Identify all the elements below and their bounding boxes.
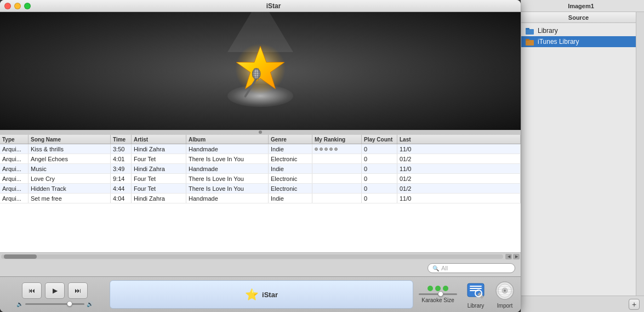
table-cell: Music xyxy=(29,164,111,173)
window-title: iStar xyxy=(31,2,516,10)
table-cell: 4:04 xyxy=(111,194,132,203)
close-button[interactable] xyxy=(4,3,11,9)
right-title-bar: Imagem1 xyxy=(521,0,644,12)
add-source-button[interactable]: + xyxy=(629,299,640,310)
import-item[interactable]: Import xyxy=(494,280,515,309)
search-box[interactable]: 🔍 All xyxy=(428,263,515,273)
istar-label: iStar xyxy=(262,291,278,299)
volume-high-icon: 🔊 xyxy=(87,301,93,307)
table-cell: 11/0 xyxy=(397,144,521,154)
table-cell: Electronic xyxy=(269,174,312,183)
karaoke-dot-3 xyxy=(443,286,448,291)
library-label: Library xyxy=(468,303,485,309)
table-cell: Handmade xyxy=(186,144,269,154)
svg-rect-23 xyxy=(526,28,529,30)
table-cell xyxy=(312,154,362,163)
header-album[interactable]: Album xyxy=(186,135,269,144)
table-cell: 0 xyxy=(362,144,397,154)
table-cell: Love Cry xyxy=(29,174,111,183)
header-type[interactable]: Type xyxy=(0,135,29,144)
svg-rect-12 xyxy=(470,286,482,287)
right-window-title: Imagem1 xyxy=(521,3,641,9)
karaoke-label: Karaoke Size xyxy=(421,297,454,303)
table-cell: Arqui... xyxy=(0,154,29,163)
table-cell: Handmade xyxy=(186,194,269,203)
istar-center-panel: ⭐ iStar xyxy=(110,280,413,309)
table-cell: 11/0 xyxy=(397,164,521,173)
table-cell xyxy=(312,164,362,173)
scroll-dot xyxy=(259,131,262,134)
scrollbar-thumb[interactable] xyxy=(4,254,37,259)
table-cell: Indie xyxy=(269,164,312,173)
scroll-arrows: ◀ ▶ xyxy=(505,254,520,259)
header-name[interactable]: Song Name xyxy=(29,135,111,144)
table-cell: Electronic xyxy=(269,184,312,193)
table-body: Arqui...Kiss & thrills3:50Hindi ZahraHan… xyxy=(0,144,521,252)
header-plays[interactable]: Play Count xyxy=(362,135,397,144)
table-row[interactable]: Arqui...Kiss & thrills3:50Hindi ZahraHan… xyxy=(0,144,521,154)
table-cell: Four Tet xyxy=(132,184,186,193)
sidebar-scrollbar[interactable] xyxy=(636,12,644,296)
volume-thumb[interactable] xyxy=(67,301,72,307)
source-header: Source xyxy=(521,12,636,23)
right-icons-area: Karaoke Size Library xyxy=(419,280,515,309)
karaoke-slider[interactable] xyxy=(419,293,457,295)
table-cell: Hidden Track xyxy=(29,184,111,193)
header-last[interactable]: Last xyxy=(397,135,521,144)
sidebar-main: Source Library xyxy=(521,12,636,296)
sidebar-bottom: + xyxy=(521,296,644,312)
table-cell: Indie xyxy=(269,144,312,154)
sidebar-row: Source Library xyxy=(521,12,644,296)
table-cell: There Is Love In You xyxy=(186,174,269,183)
minimize-button[interactable] xyxy=(14,3,21,9)
table-cell: Arqui... xyxy=(0,194,29,203)
library-folder-icon xyxy=(526,27,534,35)
sidebar-content: Library iTunes Library xyxy=(521,23,636,296)
scroll-left-arrow[interactable]: ◀ xyxy=(505,254,512,259)
table-cell: Arqui... xyxy=(0,144,29,154)
table-cell: 0 xyxy=(362,174,397,183)
table-row[interactable]: Arqui...Hidden Track4:44Four TetThere Is… xyxy=(0,184,521,194)
sidebar-item-library[interactable]: Library xyxy=(521,25,636,36)
table-row[interactable]: Arqui...Angel Echoes4:01Four TetThere Is… xyxy=(0,154,521,164)
scroll-right-arrow[interactable]: ▶ xyxy=(513,254,520,259)
table-cell: Arqui... xyxy=(0,184,29,193)
prev-button[interactable]: ⏮ xyxy=(22,282,42,299)
table-cell xyxy=(312,184,362,193)
svg-rect-13 xyxy=(470,288,482,289)
karaoke-dots xyxy=(428,286,448,291)
scrollbar-track[interactable] xyxy=(1,254,503,259)
header-time[interactable]: Time xyxy=(111,135,132,144)
table-row[interactable]: Arqui...Love Cry9:14Four TetThere Is Lov… xyxy=(0,174,521,184)
play-button[interactable]: ▶ xyxy=(45,282,65,299)
karaoke-thumb[interactable] xyxy=(438,291,443,297)
import-label: Import xyxy=(497,303,512,309)
header-genre[interactable]: Genre xyxy=(269,135,312,144)
karaoke-size-item[interactable]: Karaoke Size xyxy=(419,286,457,303)
next-button[interactable]: ⏭ xyxy=(68,282,88,299)
table-cell: 0 xyxy=(362,184,397,193)
table-cell: Angel Echoes xyxy=(29,154,111,163)
table-cell: 11/0 xyxy=(397,194,521,203)
table-cell xyxy=(312,174,362,183)
header-ranking[interactable]: My Ranking xyxy=(312,135,362,144)
search-icon: 🔍 xyxy=(432,265,439,271)
table-row[interactable]: Arqui...Music3:49Hindi ZahraHandmadeIndi… xyxy=(0,164,521,174)
source-title: Source xyxy=(568,14,589,21)
table-header: Type Song Name Time Artist Album Genre M… xyxy=(0,134,521,144)
volume-track[interactable] xyxy=(25,303,84,305)
table-row[interactable]: Arqui...Set me free4:04Hindi ZahraHandma… xyxy=(0,194,521,203)
maximize-button[interactable] xyxy=(24,3,31,9)
table-cell: Four Tet xyxy=(132,154,186,163)
scrollbar-area: ◀ ▶ xyxy=(0,252,521,260)
itunes-folder-icon xyxy=(526,38,534,46)
library-icon xyxy=(465,280,486,301)
table-cell: 4:44 xyxy=(111,184,132,193)
karaoke-dot-1 xyxy=(428,286,433,291)
header-artist[interactable]: Artist xyxy=(132,135,186,144)
karaoke-dot-2 xyxy=(435,286,441,291)
svg-point-19 xyxy=(504,290,506,292)
sidebar-item-itunes[interactable]: iTunes Library xyxy=(521,36,636,47)
library-item[interactable]: Library xyxy=(465,280,486,309)
svg-rect-24 xyxy=(526,40,534,46)
